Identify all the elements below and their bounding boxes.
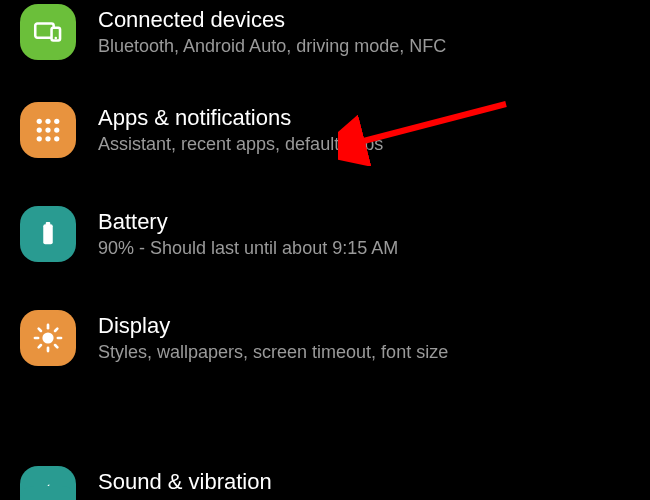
- svg-point-4: [45, 119, 50, 124]
- partial-next-icon: [20, 486, 76, 500]
- settings-item-display[interactable]: Display Styles, wallpapers, screen timeo…: [0, 288, 650, 392]
- svg-point-11: [54, 136, 59, 141]
- svg-rect-12: [43, 224, 53, 244]
- svg-point-8: [54, 127, 59, 132]
- brightness-icon: [20, 310, 76, 366]
- item-subtitle: Assistant, recent apps, default apps: [98, 133, 383, 156]
- settings-item-sound-vibration[interactable]: Sound & vibration Volume, haptics, Do No…: [0, 450, 650, 500]
- item-text: Connected devices Bluetooth, Android Aut…: [98, 7, 446, 58]
- svg-point-14: [42, 332, 53, 343]
- svg-rect-13: [46, 222, 51, 225]
- item-title: Sound & vibration: [98, 469, 353, 495]
- svg-point-9: [37, 136, 42, 141]
- item-text: Display Styles, wallpapers, screen timeo…: [98, 313, 448, 364]
- item-title: Battery: [98, 209, 398, 235]
- apps-icon: [20, 102, 76, 158]
- svg-line-22: [55, 329, 57, 331]
- settings-item-battery[interactable]: Battery 90% - Should last until about 9:…: [0, 184, 650, 288]
- item-title: Display: [98, 313, 448, 339]
- item-title: Apps & notifications: [98, 105, 383, 131]
- svg-point-6: [37, 127, 42, 132]
- item-subtitle: Bluetooth, Android Auto, driving mode, N…: [98, 35, 446, 58]
- item-text: Sound & vibration Volume, haptics, Do No…: [98, 469, 353, 500]
- battery-icon: [20, 206, 76, 262]
- svg-point-7: [45, 127, 50, 132]
- svg-point-10: [45, 136, 50, 141]
- settings-item-apps-notifications[interactable]: Apps & notifications Assistant, recent a…: [0, 80, 650, 184]
- svg-point-5: [54, 119, 59, 124]
- settings-item-connected-devices[interactable]: Connected devices Bluetooth, Android Aut…: [0, 0, 650, 80]
- svg-point-3: [37, 119, 42, 124]
- settings-list: Connected devices Bluetooth, Android Aut…: [0, 0, 650, 392]
- item-subtitle: Styles, wallpapers, screen timeout, font…: [98, 341, 448, 364]
- svg-line-21: [39, 345, 41, 347]
- svg-line-19: [39, 329, 41, 331]
- svg-line-20: [55, 345, 57, 347]
- item-title: Connected devices: [98, 7, 446, 33]
- item-text: Apps & notifications Assistant, recent a…: [98, 105, 383, 156]
- svg-point-2: [55, 37, 58, 40]
- item-subtitle: 90% - Should last until about 9:15 AM: [98, 237, 398, 260]
- item-text: Battery 90% - Should last until about 9:…: [98, 209, 398, 260]
- devices-icon: [20, 4, 76, 60]
